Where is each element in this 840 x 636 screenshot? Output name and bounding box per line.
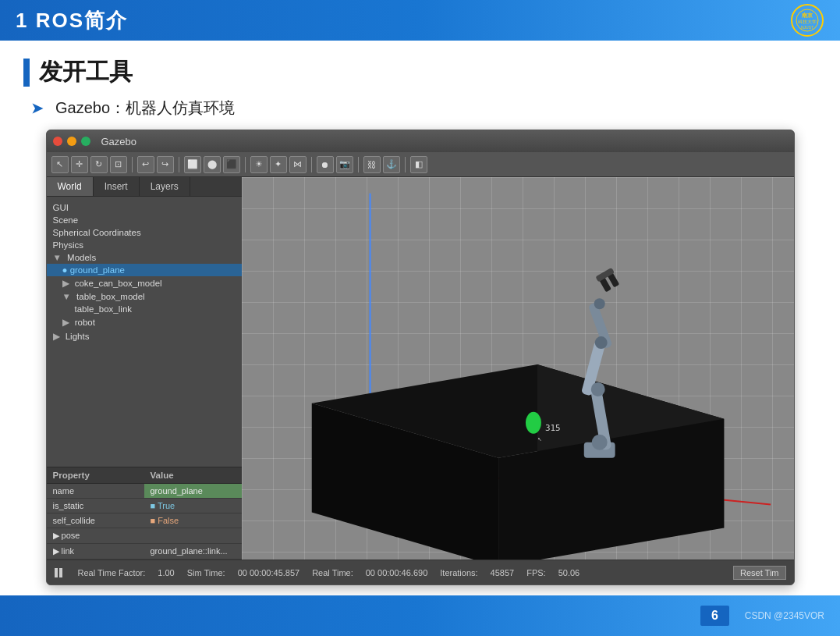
bottom-credit: CSDN @2345VOR — [745, 610, 824, 621]
props-col-property: Property — [47, 467, 144, 483]
toolbar-anchor-btn[interactable]: ⚓ — [383, 156, 400, 173]
toolbar-point-btn[interactable]: ✦ — [270, 156, 287, 173]
main-content: 发开工具 ➤ Gazebo：机器人仿真环境 Gazebo ↖ ✛ ↻ ⊡ ↩ ↪… — [0, 41, 840, 595]
props-row-link[interactable]: ▶ link ground_plane::link... — [47, 544, 242, 560]
toolbar-undo-btn[interactable]: ↩ — [137, 156, 154, 173]
panel-tabs: World Insert Layers — [47, 177, 242, 197]
toolbar-sun-btn[interactable]: ☀ — [250, 156, 268, 173]
pause-button[interactable] — [55, 567, 66, 578]
props-name-label: name — [47, 484, 144, 498]
tree-item-models[interactable]: ▼ Models — [47, 251, 242, 264]
close-button[interactable] — [53, 137, 62, 146]
props-row-static: is_static ■ True — [47, 499, 242, 513]
sim-time-value: 00 00:00:45.857 — [238, 568, 300, 577]
svg-text:南京: 南京 — [802, 12, 813, 18]
props-row-collide: self_collide ■ False — [47, 513, 242, 528]
props-collide-value: ■ False — [144, 513, 242, 528]
props-header: Property Value — [47, 467, 242, 484]
tree-item-table-link[interactable]: table_box_link — [47, 303, 242, 315]
svg-point-18 — [594, 336, 607, 349]
svg-point-19 — [594, 298, 604, 309]
tab-insert[interactable]: Insert — [94, 177, 140, 196]
tab-world[interactable]: World — [47, 177, 94, 196]
maximize-button[interactable] — [81, 137, 90, 146]
props-static-label: is_static — [47, 499, 144, 513]
minimize-button[interactable] — [67, 137, 76, 146]
top-header: 1 ROS简介 南京 科技大学 NJUST — [0, 0, 840, 41]
page-number: 6 — [700, 606, 729, 626]
section-title-text: 发开工具 — [39, 56, 133, 88]
header-logo: 南京 科技大学 NJUST — [790, 3, 824, 37]
gazebo-titlebar: Gazebo — [47, 130, 794, 152]
real-time-label: Real Time: — [312, 568, 353, 577]
toolbar-move-btn[interactable]: ✛ — [71, 156, 88, 173]
bottom-bar: 6 CSDN @2345VOR — [0, 595, 840, 636]
props-link-value: ground_plane::link... — [144, 544, 242, 559]
iterations-value: 45857 — [491, 568, 515, 577]
sub-heading-text: Gazebo：机器人仿真环境 — [55, 98, 235, 119]
tree-item-spherical[interactable]: Spherical Coordinates — [47, 226, 242, 239]
gazebo-toolbar: ↖ ✛ ↻ ⊡ ↩ ↪ ⬜ ⬤ ⬛ ☀ ✦ ⋈ ⏺ 📷 ⛓ ⚓ ◧ — [47, 152, 794, 177]
props-pose-value — [144, 528, 242, 543]
iterations-label: Iterations: — [440, 568, 477, 577]
sub-heading: ➤ Gazebo：机器人仿真环境 — [23, 98, 817, 119]
tree-item-lights[interactable]: ▶ Lights — [47, 329, 242, 343]
toolbar-sep2 — [179, 157, 179, 172]
tree-item-physics[interactable]: Physics — [47, 239, 242, 251]
tab-layers[interactable]: Layers — [140, 177, 190, 196]
toolbar-dir-btn[interactable]: ⋈ — [289, 156, 307, 173]
props-static-value: ■ True — [144, 499, 242, 513]
props-col-value: Value — [144, 467, 242, 483]
realtime-factor-label: Real Time Factor: — [78, 568, 146, 577]
3d-scene-svg: 315 ↖ — [242, 177, 794, 560]
toolbar-select-btn[interactable]: ↖ — [51, 156, 69, 173]
toolbar-extra-btn[interactable]: ◧ — [410, 156, 427, 173]
props-name-value: ground_plane — [144, 484, 242, 498]
realtime-factor-value: 1.00 — [158, 568, 174, 577]
status-bar: Real Time Factor: 1.00 Sim Time: 00 00:0… — [47, 560, 794, 584]
sim-time-label: Sim Time: — [187, 568, 225, 577]
tree-item-scene[interactable]: Scene — [47, 214, 242, 226]
props-pose-label: ▶ pose — [47, 528, 144, 543]
tree-item-gui[interactable]: GUI — [47, 201, 242, 214]
toolbar-cyl-btn[interactable]: ⬛ — [223, 156, 240, 173]
toolbar-redo-btn[interactable]: ↪ — [157, 156, 174, 173]
title-bar-decoration — [23, 59, 30, 87]
toolbar-sep1 — [132, 157, 133, 172]
toolbar-rotate-btn[interactable]: ↻ — [90, 156, 108, 173]
toolbar-sep3 — [245, 157, 246, 172]
tree-item-ground-plane[interactable]: ● ground_plane — [47, 264, 242, 276]
toolbar-record-btn[interactable]: ⏺ — [317, 156, 334, 173]
toolbar-link-btn[interactable]: ⛓ — [363, 156, 381, 173]
toolbar-sep5 — [358, 157, 359, 172]
fps-value: 50.06 — [558, 568, 580, 577]
tree-area: GUI Scene Spherical Coordinates Physics … — [47, 197, 242, 467]
props-row-pose[interactable]: ▶ pose — [47, 528, 242, 544]
real-time-value: 00 00:00:46.690 — [366, 568, 428, 577]
tree-item-robot[interactable]: ▶ robot — [47, 315, 242, 329]
section-title-row: 发开工具 — [23, 56, 817, 88]
header-title: 1 ROS简介 — [16, 7, 128, 34]
svg-text:NJUST: NJUST — [801, 25, 813, 30]
svg-text:315: 315 — [544, 423, 560, 433]
props-row-name: name ground_plane — [47, 484, 242, 499]
arrow-icon: ➤ — [31, 100, 43, 117]
svg-point-11 — [525, 412, 541, 434]
toolbar-box-btn[interactable]: ⬜ — [184, 156, 201, 173]
left-panel: World Insert Layers GUI Scene Spherical … — [47, 177, 242, 560]
props-collide-label: self_collide — [47, 513, 144, 528]
props-table: Property Value name ground_plane is_stat… — [47, 467, 242, 560]
toolbar-sep6 — [405, 157, 406, 172]
viewport[interactable]: 315 ↖ — [242, 177, 794, 560]
reset-time-button[interactable]: Reset Tim — [733, 566, 786, 580]
toolbar-scale-btn[interactable]: ⊡ — [110, 156, 127, 173]
tree-item-coke[interactable]: ▶ coke_can_box_model — [47, 276, 242, 290]
tree-item-table[interactable]: ▼ table_box_model — [47, 290, 242, 303]
toolbar-camera-btn[interactable]: 📷 — [336, 156, 353, 173]
toolbar-sphere-btn[interactable]: ⬤ — [204, 156, 221, 173]
svg-point-17 — [590, 382, 604, 396]
svg-point-16 — [591, 435, 607, 450]
gazebo-body: World Insert Layers GUI Scene Spherical … — [47, 177, 794, 560]
gazebo-window: Gazebo ↖ ✛ ↻ ⊡ ↩ ↪ ⬜ ⬤ ⬛ ☀ ✦ ⋈ ⏺ 📷 ⛓ ⚓ — [46, 130, 795, 585]
fps-label: FPS: — [526, 568, 545, 577]
